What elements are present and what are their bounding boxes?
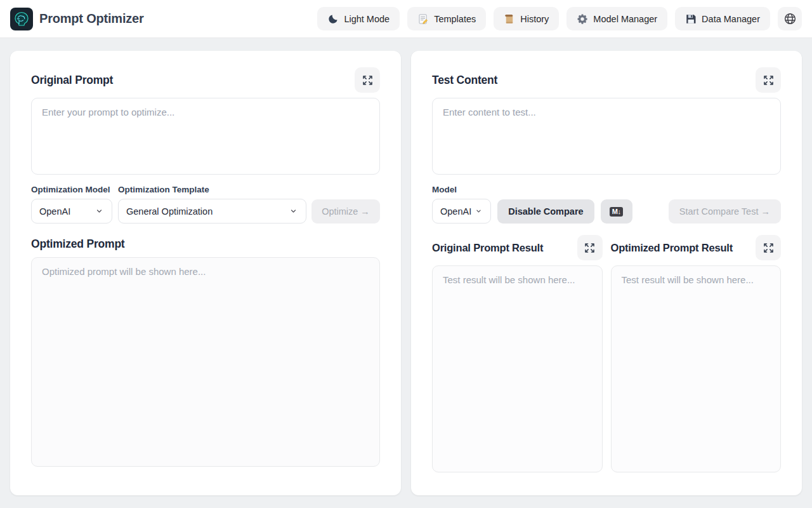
- nav-label: Light Mode: [344, 14, 390, 24]
- history-button[interactable]: History: [494, 7, 559, 30]
- original-prompt-expand-button[interactable]: [355, 67, 380, 93]
- optimization-template-select[interactable]: General Optimization: [118, 199, 306, 224]
- chevron-down-icon: [475, 207, 483, 215]
- test-content-expand-button[interactable]: [756, 67, 781, 93]
- floppy-disk-icon: [685, 13, 697, 25]
- app-root: Prompt Optimizer Light Mode Templates: [0, 0, 812, 508]
- scroll-icon: [504, 13, 515, 25]
- optimized-result-panel: Test result will be shown here...: [611, 265, 782, 472]
- original-result-placeholder: Test result will be shown here...: [443, 274, 575, 285]
- globe-icon: [783, 12, 797, 25]
- nav-label: Data Manager: [702, 14, 760, 24]
- memo-icon: [417, 13, 429, 25]
- data-manager-button[interactable]: Data Manager: [675, 7, 770, 30]
- optimized-prompt-placeholder: Optimized prompt will be shown here...: [42, 266, 206, 277]
- optimized-result-placeholder: Test result will be shown here...: [622, 274, 754, 285]
- nav-label: Model Manager: [593, 14, 657, 24]
- expand-icon: [763, 74, 775, 86]
- header-nav: Light Mode Templates: [317, 7, 802, 30]
- model-label: Model: [432, 185, 491, 194]
- test-model-value: OpenAI: [440, 206, 471, 217]
- chevron-down-icon: [95, 206, 104, 216]
- original-result-expand-button[interactable]: [577, 235, 603, 260]
- original-prompt-title: Original Prompt: [31, 74, 113, 87]
- nav-label: Templates: [434, 14, 476, 24]
- original-result-panel: Test result will be shown here...: [432, 265, 603, 472]
- app-title: Prompt Optimizer: [39, 11, 144, 26]
- original-prompt-input[interactable]: [31, 98, 380, 175]
- test-content-title: Test Content: [432, 74, 497, 87]
- optimize-button[interactable]: Optimize →: [311, 199, 380, 224]
- app-logo-brain-icon: [10, 8, 33, 30]
- moon-icon: [327, 13, 339, 25]
- nav-label: History: [520, 14, 549, 24]
- optimized-prompt-title: Optimized Prompt: [31, 237, 380, 251]
- optimized-result-column: Optimized Prompt Result Test result will…: [611, 235, 782, 472]
- optimization-model-label: Optimization Model: [31, 185, 112, 194]
- expand-icon: [362, 74, 374, 86]
- chevron-down-icon: [289, 206, 298, 216]
- optimization-model-select[interactable]: OpenAI: [31, 199, 112, 224]
- optimized-prompt-output: Optimized prompt will be shown here...: [31, 257, 380, 467]
- test-content-input[interactable]: [432, 98, 781, 175]
- test-card: Test Content Model OpenAI: [411, 51, 802, 495]
- test-model-select[interactable]: OpenAI: [432, 199, 491, 224]
- optimization-template-value: General Optimization: [126, 206, 289, 217]
- disable-compare-button[interactable]: Disable Compare: [497, 199, 594, 224]
- optimized-result-expand-button[interactable]: [756, 235, 781, 260]
- templates-button[interactable]: Templates: [407, 7, 486, 30]
- header: Prompt Optimizer Light Mode Templates: [0, 0, 812, 38]
- optimization-model-value: OpenAI: [39, 206, 95, 217]
- markdown-toggle-button[interactable]: M↓: [601, 199, 632, 224]
- brand: Prompt Optimizer: [10, 8, 144, 30]
- gear-icon: [577, 13, 588, 25]
- main-content: Original Prompt Optimization Model OpenA…: [0, 38, 812, 508]
- expand-icon: [584, 242, 596, 254]
- model-manager-button[interactable]: Model Manager: [566, 7, 667, 30]
- start-compare-test-button[interactable]: Start Compare Test →: [669, 199, 781, 224]
- original-result-column: Original Prompt Result Test result will …: [432, 235, 603, 472]
- language-button[interactable]: [778, 7, 802, 30]
- markdown-icon: M↓: [610, 207, 624, 217]
- prompt-card: Original Prompt Optimization Model OpenA…: [10, 51, 401, 495]
- expand-icon: [763, 242, 775, 254]
- optimization-template-label: Optimization Template: [118, 185, 306, 194]
- light-mode-button[interactable]: Light Mode: [317, 7, 400, 30]
- original-result-title: Original Prompt Result: [432, 242, 543, 254]
- optimized-result-title: Optimized Prompt Result: [611, 242, 733, 254]
